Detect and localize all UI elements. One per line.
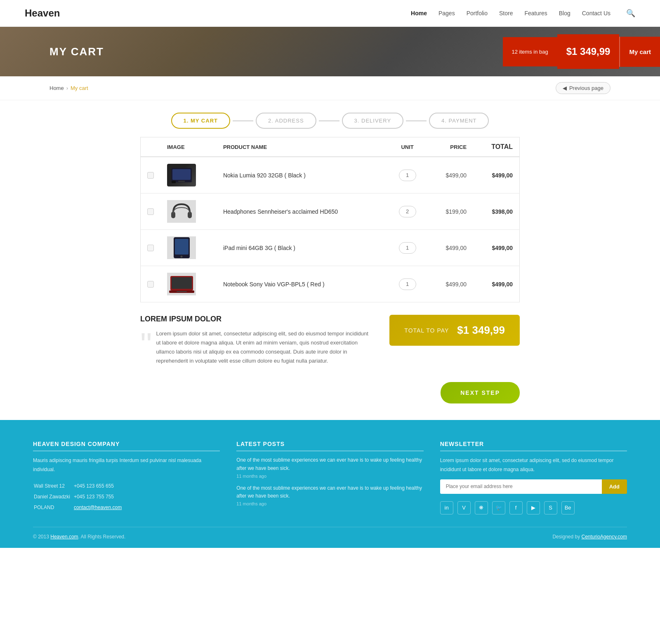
social-twitter[interactable]: 🐦 [492,501,505,514]
logo: Heaven [25,7,60,19]
social-dribbble[interactable]: ❋ [475,501,488,514]
footer-email[interactable]: contact@heaven.com [74,505,122,510]
col-checkbox [141,137,161,157]
col-total: TOTAL [473,137,519,157]
lorem-title: LOREM IPSUM DOLOR [140,315,373,323]
step-delivery[interactable]: 3. DELIVERY [342,113,404,129]
svg-rect-12 [177,291,187,292]
footer-latest-posts: LATEST POSTS One of the most sublime exp… [236,441,423,514]
top-nav: Heaven Home Pages Portfolio Store Featur… [0,0,660,27]
step-my-cart[interactable]: 1. MY CART [171,113,230,129]
nav-features[interactable]: Features [524,10,547,17]
nav-portfolio[interactable]: Portfolio [467,10,488,17]
svg-rect-7 [175,239,189,255]
social-skype[interactable]: S [544,501,557,514]
cart-items-badge: 12 items in bag [503,37,557,66]
table-row: Nokia Lumia 920 32GB ( Black ) 1 $499,00… [141,157,520,193]
row-checkbox-1[interactable] [141,157,161,193]
previous-page-button[interactable]: ◀ Previous page [556,82,610,94]
row-checkbox-4[interactable] [141,266,161,302]
social-vimeo[interactable]: V [457,501,471,514]
table-row: Headphones Sennheiser's acclaimed HD650 … [141,193,520,230]
step-payment[interactable]: 4. PAYMENT [429,113,489,129]
social-youtube[interactable]: ▶ [527,501,540,514]
back-arrow-icon: ◀ [563,85,567,91]
product-total-headphones: $398,00 [473,193,519,230]
my-cart-button[interactable]: My cart [619,37,660,67]
social-behance[interactable]: Be [561,501,575,514]
step-connector-1 [233,120,253,121]
svg-rect-2 [178,181,185,182]
lorem-text: Lorem ipsum dolor sit amet, consectetur … [156,329,373,366]
col-image: IMAGE [160,137,217,157]
cart-total-amount: $1 349,99 [557,34,620,69]
lorem-block: LOREM IPSUM DOLOR " Lorem ipsum dolor si… [140,315,389,366]
nav-home[interactable]: Home [411,10,427,17]
product-image-notebook [160,266,217,302]
footer-company-text: Mauris adipiscing mauris fringilla turpi… [33,456,220,474]
step-address[interactable]: 2. ADDRESS [256,113,316,129]
next-step-button[interactable]: NEXT STEP [441,382,520,403]
svg-rect-3 [172,181,176,183]
row-checkbox-2[interactable] [141,193,161,230]
footer-company: HEAVEN DESIGN COMPANY Mauris adipiscing … [33,441,220,514]
footer-grid: HEAVEN DESIGN COMPANY Mauris adipiscing … [33,441,627,526]
search-icon[interactable]: 🔍 [626,9,635,18]
footer-designed-by: Designed by CenturioAgency.com [552,534,627,540]
nav-store[interactable]: Store [499,10,513,17]
product-image-ipad [160,230,217,266]
footer-post-2: One of the most sublime experiences we c… [236,484,423,506]
product-total-notebook: $499,00 [473,266,519,302]
col-unit: UNIT [387,137,428,157]
bottom-section: LOREM IPSUM DOLOR " Lorem ipsum dolor si… [132,315,528,378]
product-unit-notebook[interactable]: 1 [387,266,428,302]
product-unit-ipad[interactable]: 1 [387,230,428,266]
footer-bottom: © 2013 Heaven.com. All Rights Reserved. … [33,527,627,540]
social-linkedin[interactable]: in [440,501,453,514]
checkout-steps: 1. MY CART 2. ADDRESS 3. DELIVERY 4. PAY… [0,100,660,137]
footer-posts-title: LATEST POSTS [236,441,423,451]
product-unit-headphones[interactable]: 2 [387,193,428,230]
product-total-ipad: $499,00 [473,230,519,266]
nav-contact[interactable]: Contact Us [582,10,610,17]
footer-company-title: HEAVEN DESIGN COMPANY [33,441,220,451]
breadcrumb-bar: Home › My cart ◀ Previous page [0,76,660,100]
total-pay-area: TOTAL TO PAY $1 349,99 [389,315,520,346]
footer-newsletter-title: NEWSLETTER [440,441,627,451]
breadcrumb: Home › My cart [50,85,88,91]
breadcrumb-home[interactable]: Home [50,85,64,91]
product-unit-nokia[interactable]: 1 [387,157,428,193]
hero-banner: MY CART 12 items in bag $1 349,99 My car… [0,27,660,76]
step-connector-2 [319,120,339,121]
product-image-nokia [160,157,217,193]
cart-table-container: IMAGE PRODUCT NAME UNIT PRICE TOTAL [132,137,528,302]
footer-post-1: One of the most sublime experiences we c… [236,456,423,478]
next-step-row: NEXT STEP [132,378,528,420]
product-price-nokia: $499,00 [428,157,473,193]
nav-pages[interactable]: Pages [438,10,455,17]
table-row: iPad mini 64GB 3G ( Black ) 1 $499,00 $4… [141,230,520,266]
newsletter-email-input[interactable] [440,479,602,494]
product-price-headphones: $199,00 [428,193,473,230]
hero-title: MY CART [0,45,104,58]
footer-newsletter-text: Lorem ipsum dolor sit amet, consectetur … [440,456,627,474]
nav-blog[interactable]: Blog [559,10,570,17]
newsletter-add-button[interactable]: Add [602,479,627,494]
step-connector-3 [406,120,427,121]
newsletter-input-row: Add [440,479,627,494]
row-checkbox-3[interactable] [141,230,161,266]
social-icons: in V ❋ 🐦 f ▶ S Be [440,501,627,514]
breadcrumb-separator: › [66,85,68,91]
footer: HEAVEN DESIGN COMPANY Mauris adipiscing … [0,420,660,547]
svg-point-8 [180,256,182,258]
cart-summary: 12 items in bag $1 349,99 My cart [503,34,660,69]
quote-icon: " [140,333,152,356]
footer-contact-table: Wall Street 12 +045 123 655 655 Daniel Z… [33,480,123,513]
cart-table: IMAGE PRODUCT NAME UNIT PRICE TOTAL [140,137,520,302]
col-price: PRICE [428,137,473,157]
product-total-nokia: $499,00 [473,157,519,193]
total-pay-box: TOTAL TO PAY $1 349,99 [389,315,520,346]
social-facebook[interactable]: f [509,501,523,514]
product-name-headphones: Headphones Sennheiser's acclaimed HD650 [217,193,387,230]
footer-newsletter: NEWSLETTER Lorem ipsum dolor sit amet, c… [440,441,627,514]
